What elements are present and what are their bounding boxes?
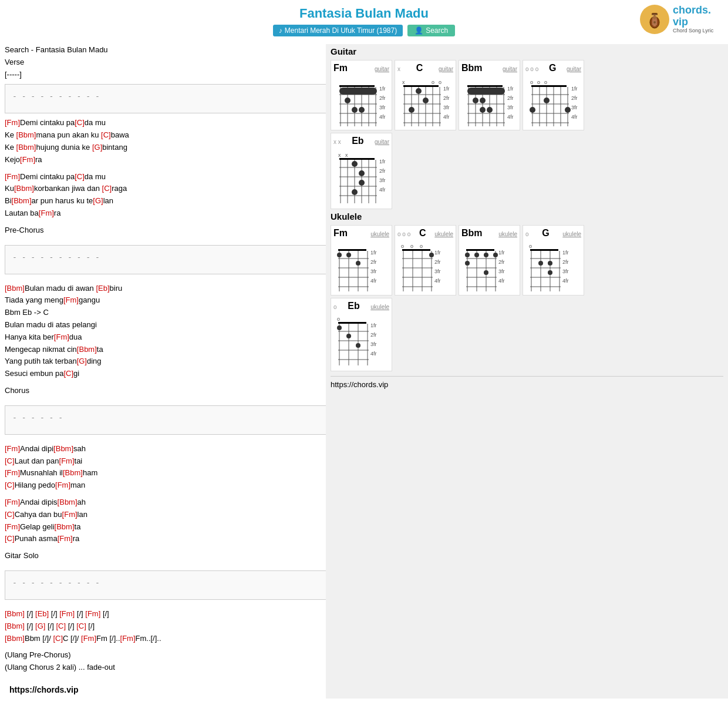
c-guitar-link[interactable]: guitar — [439, 66, 453, 72]
svg-text:o: o — [544, 79, 547, 85]
chord-c8[interactable]: [C] — [5, 510, 15, 519]
svg-text:o: o — [410, 243, 413, 249]
chord-g3[interactable]: [G] — [77, 357, 87, 365]
tab-box-1: - - - - - - - - - - — [5, 84, 326, 113]
chord-fm9[interactable]: [Fm] — [5, 468, 20, 477]
svg-point-104 — [352, 161, 358, 167]
chord-fm5[interactable]: [Fm] — [63, 296, 79, 304]
fm-guitar-link[interactable]: guitar — [375, 66, 389, 72]
bbm-guitar-link[interactable]: guitar — [503, 66, 517, 72]
fm-ukulele-link[interactable]: ukulele — [370, 231, 389, 237]
bbm-ukulele-link[interactable]: ukulele — [498, 231, 517, 237]
svg-text:1fr: 1fr — [443, 86, 450, 92]
svg-point-107 — [352, 189, 358, 195]
chord-fm14[interactable]: [Fm] — [58, 534, 73, 543]
chorus-lyrics: [Fm]Andai dipi[Bbm]sah [C]Laut dan pan[F… — [5, 443, 321, 567]
chord-fm7[interactable]: [Fm] — [5, 444, 20, 453]
search-icon: 👤 — [414, 26, 423, 35]
chord-fm6[interactable]: [Fm] — [54, 333, 69, 341]
tab-bracket: [-----] — [5, 69, 321, 81]
chord-c6[interactable]: [C] — [5, 456, 15, 465]
svg-point-65 — [480, 107, 486, 113]
chord-bbm2[interactable]: [Bbm] — [16, 143, 36, 152]
chord-c5[interactable]: [C] — [63, 369, 73, 378]
chord-c3[interactable]: [C] — [75, 172, 85, 181]
lyrics-column: Search - Fantasia Bulan Madu Verse [----… — [0, 44, 326, 699]
g-guitar-link[interactable]: guitar — [567, 66, 581, 72]
svg-text:1fr: 1fr — [370, 250, 377, 256]
svg-point-45 — [409, 107, 414, 113]
svg-text:3fr: 3fr — [370, 268, 377, 274]
svg-point-175 — [548, 261, 552, 266]
lyric-line: Kejo[Fm]ra — [5, 154, 321, 166]
solo-chords: [Bbm] [/] [Eb] [/] [Fm] [/] [Fm] [/] [Bb… — [5, 608, 321, 674]
svg-text:x: x — [345, 152, 348, 158]
page-title: Fantasia Bulan Madu — [0, 6, 728, 21]
bottom-site-url: https://chords.vip — [5, 679, 321, 699]
chord-bbm8[interactable]: [Bbm] — [63, 468, 83, 477]
chord-fm8[interactable]: [Fm] — [59, 456, 75, 465]
svg-text:2fr: 2fr — [370, 259, 377, 265]
chord-bbm4[interactable]: [Bbm] — [12, 196, 32, 205]
tab-box-4: - - - - - - - - - - — [5, 570, 326, 600]
chord-eb[interactable]: [Eb] — [96, 284, 109, 293]
svg-text:o: o — [537, 79, 540, 85]
chord-c2[interactable]: [C] — [101, 130, 111, 139]
svg-text:3fr: 3fr — [370, 341, 377, 347]
lyric-line: Ke [Bbm]mana pun akan ku [C]bawa — [5, 129, 321, 142]
chord-g[interactable]: [G] — [92, 143, 102, 152]
chord-c7[interactable]: [C] — [5, 481, 15, 489]
search-button[interactable]: 👤 Search — [407, 25, 455, 36]
lyric-line: Ku[Bbm]korbankan jiwa dan [C]raga — [5, 183, 321, 195]
g-ukulele-link[interactable]: ukulele — [562, 231, 581, 237]
search-line: Search - Fantasia Bulan Madu — [5, 44, 321, 56]
chord-fm4[interactable]: [Fm] — [39, 209, 54, 217]
svg-text:4fr: 4fr — [562, 278, 569, 284]
svg-point-157 — [493, 253, 498, 257]
chord-fm11[interactable]: [Fm] — [5, 498, 20, 506]
lyric-line: [Fm]Musnahlah il[Bbm]ham — [5, 467, 321, 479]
svg-point-123 — [356, 261, 360, 266]
chord-g2[interactable]: [G] — [93, 196, 103, 205]
svg-point-122 — [346, 253, 351, 257]
eb-guitar-link[interactable]: guitar — [375, 139, 389, 145]
chord-fm10[interactable]: [Fm] — [55, 481, 70, 489]
tab-dashes-4: - - - - - - - - - - — [12, 578, 100, 587]
chord-bbm[interactable]: [Bbm] — [16, 130, 36, 139]
chord-fm13[interactable]: [Fm] — [5, 522, 20, 531]
svg-text:4fr: 4fr — [571, 114, 578, 120]
lyric-line: Ke [Bbm]hujung dunia ke [G]bintang — [5, 142, 321, 154]
eb-ukulele-link[interactable]: ukulele — [370, 304, 389, 310]
chord-bbm10[interactable]: [Bbm] — [55, 522, 75, 531]
lyric-line: [Fm]Demi cintaku pa[C]da mu — [5, 117, 321, 129]
chord-bbm7[interactable]: [Bbm] — [53, 444, 73, 453]
chord-diagram-fm-ukulele: Fm ukulele — [331, 225, 392, 296]
svg-point-193 — [356, 343, 360, 348]
chord-c[interactable]: [C] — [75, 118, 85, 127]
chord-c9[interactable]: [C] — [5, 534, 15, 543]
chord-fm12[interactable]: [Fm] — [62, 510, 77, 519]
chord-bbm9[interactable]: [Bbm] — [58, 498, 77, 506]
chord-fm3[interactable]: [Fm] — [5, 172, 20, 181]
repeat-pre: (Ulang Pre-Chorus) — [5, 649, 321, 662]
svg-text:2fr: 2fr — [571, 95, 578, 101]
svg-text:4fr: 4fr — [379, 114, 386, 120]
lyric-line: Mengecap nikmat cin[Bbm]ta — [5, 344, 321, 356]
chord-fm2[interactable]: [Fm] — [20, 155, 35, 164]
chord-bbm5[interactable]: [Bbm] — [5, 284, 25, 293]
svg-text:4fr: 4fr — [370, 278, 377, 284]
chord-bbm3[interactable]: [Bbm] — [14, 184, 34, 193]
tab-dashes-1: - - - - - - - - - - — [12, 92, 100, 100]
svg-point-192 — [346, 334, 351, 338]
chord-bbm6[interactable]: [Bbm] — [77, 345, 97, 354]
chord-c4[interactable]: [C] — [102, 184, 112, 193]
chord-fm[interactable]: [Fm] — [5, 118, 20, 127]
c-ukulele-link[interactable]: ukulele — [434, 231, 453, 237]
svg-text:3fr: 3fr — [443, 105, 450, 110]
svg-point-191 — [337, 325, 342, 330]
svg-text:1fr: 1fr — [379, 86, 386, 92]
svg-text:2fr: 2fr — [370, 332, 377, 338]
svg-text:3fr: 3fr — [562, 268, 569, 274]
ukulele-section-heading: Ukulele — [331, 212, 723, 221]
svg-point-64 — [487, 107, 493, 113]
